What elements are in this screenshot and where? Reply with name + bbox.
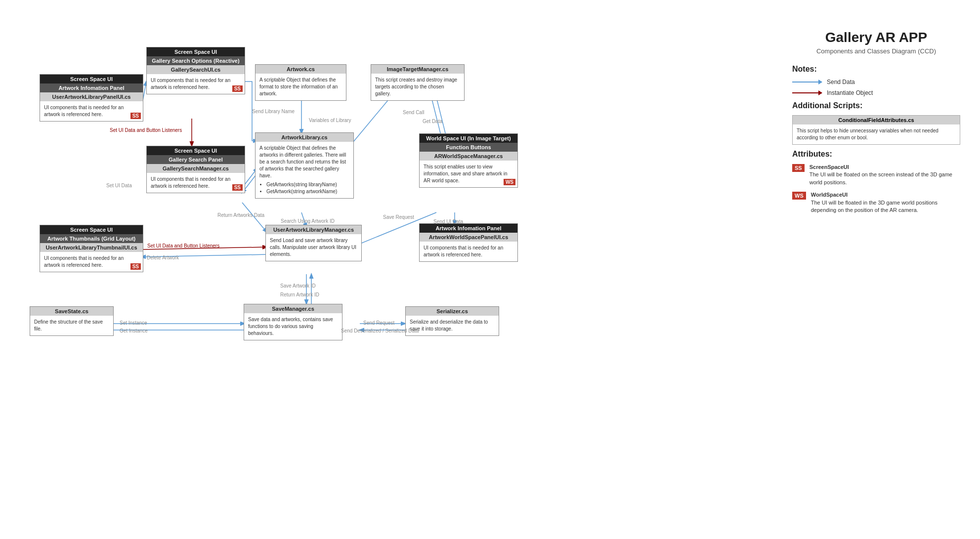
ss-text: ScreenSpaceUI The UI will be floated on … bbox=[810, 164, 960, 186]
arrow-label-search-using-artwork-id: Search Using Artwork ID bbox=[281, 218, 335, 224]
arrow-label-send-call: Send Call bbox=[403, 110, 424, 115]
artwork-cs-body: A scriptable Object that defines the for… bbox=[256, 74, 346, 100]
additional-scripts-box: ConditionalFieldAttributes.cs This scrip… bbox=[792, 115, 960, 145]
gallery-search-panel-header1: Screen Space UI bbox=[147, 146, 245, 155]
arrow-label-set-instance: Set Instance bbox=[120, 320, 147, 326]
image-target-manager-body: This script creates and destroy image ta… bbox=[371, 74, 464, 100]
arrow-label-set-ui-data-button-listeners2: Set UI Data and Button Listeners bbox=[147, 243, 219, 249]
arrow-label-get-data: Get Data bbox=[423, 119, 442, 124]
artwork-library-box: ArtworkLibrary.cs A scriptable Object th… bbox=[255, 132, 354, 199]
ss-title: ScreenSpaceUI bbox=[810, 164, 960, 171]
gallery-search-panel-header2: Gallery Search Panel bbox=[147, 155, 245, 164]
artwork-library-header: ArtworkLibrary.cs bbox=[256, 133, 353, 142]
serializer-header: Serializer.cs bbox=[406, 307, 499, 316]
arrow-label-delete-artwork: Delete Artwork bbox=[147, 255, 179, 260]
artwork-thumbnails-box: Screen Space UI Artwork Thumbnails (Grid… bbox=[40, 225, 143, 272]
attribute-ss: SS ScreenSpaceUI The UI will be floated … bbox=[792, 164, 960, 186]
save-state-header: SaveState.cs bbox=[30, 307, 113, 316]
user-artwork-library-manager-body: Send Load and save artwork library calls… bbox=[266, 234, 361, 261]
gallery-search-options-badge: SS bbox=[232, 85, 243, 92]
artwork-thumbnails-header3: UserArtworkLibraryThumbnailUI.cs bbox=[40, 243, 143, 252]
ws-title: WorldSpaceUI bbox=[811, 191, 960, 199]
world-space-ui-box: World Space UI (In Image Target) Functio… bbox=[419, 133, 518, 188]
legend-panel: Gallery AR APP Components and Classes Di… bbox=[792, 30, 960, 219]
artwork-info-panel-body: UI components that is needed for an artw… bbox=[40, 101, 143, 121]
save-manager-box: SaveManager.cs Save data and artworks, c… bbox=[244, 304, 342, 340]
notes-title: Notes: bbox=[792, 65, 960, 74]
additional-scripts-box-header: ConditionalFieldAttributes.cs bbox=[793, 116, 960, 124]
instantiate-label: Instantiate Object bbox=[827, 89, 873, 96]
arrow-label-send-ui-data: Send UI Data bbox=[433, 219, 463, 224]
artwork-info-world-header2: ArtworkWorldSpacePanelUI.cs bbox=[420, 233, 517, 242]
artwork-thumbnails-header2: Artwork Thumbnails (Grid Layout) bbox=[40, 234, 143, 243]
arrow-label-get-instance: Get Instance bbox=[120, 328, 148, 333]
gallery-search-options-header2: Gallery Search Options (Reactive) bbox=[147, 56, 245, 65]
arrow-label-send-library-name: Send Library Name bbox=[252, 109, 295, 114]
artwork-info-panel-header3: UserArtworkLibraryPanelUI.cs bbox=[40, 92, 143, 101]
gallery-search-panel-body: UI components that is needed for an artw… bbox=[147, 173, 245, 193]
arrow-label-set-ui-data-button-listeners: Set UI Data and Button Listeners bbox=[110, 127, 182, 133]
save-state-body: Define the structure of the save file. bbox=[30, 316, 113, 335]
ss-badge: SS bbox=[792, 164, 805, 172]
artwork-info-world-body: UI components that is needed for an artw… bbox=[420, 242, 517, 261]
ss-desc: The UI will be floated on the screen ins… bbox=[810, 171, 952, 185]
arrow-label-return-artwork-id: Return Artwork ID bbox=[280, 292, 319, 297]
additional-scripts-title: Additional Scripts: bbox=[792, 101, 960, 110]
additional-scripts-box-body: This script helps to hide unnecessary va… bbox=[793, 124, 960, 144]
artwork-info-panel-header1: Screen Space UI bbox=[40, 75, 143, 83]
artwork-info-panel-header2: Artwork Infomation Panel bbox=[40, 83, 143, 92]
legend-send-data: Send Data bbox=[792, 79, 960, 85]
user-artwork-library-manager-box: UserArtworkLibraryManager.cs Send Load a… bbox=[265, 225, 362, 261]
attribute-ws: WS WorldSpaceUI The UI will be floated i… bbox=[792, 191, 960, 214]
gallery-search-options-body: UI components that is needed for an artw… bbox=[147, 74, 245, 94]
arrow-label-send-deserialized: Send Deserialized / Serialized Data bbox=[341, 328, 419, 333]
artwork-info-panel-badge: SS bbox=[130, 113, 141, 119]
world-space-ui-header2: Function Buttons bbox=[420, 143, 517, 152]
user-artwork-library-manager-header: UserArtworkLibraryManager.cs bbox=[266, 225, 361, 234]
legend-instantiate: Instantiate Object bbox=[792, 89, 960, 96]
arrow-label-variables-of-library: Variables of Library bbox=[309, 118, 351, 123]
app-title: Gallery AR APP bbox=[792, 30, 960, 45]
artwork-thumbnails-body: UI components that is needed for an artw… bbox=[40, 252, 143, 272]
artwork-info-world-box: Artwork Infomation Panel ArtworkWorldSpa… bbox=[419, 223, 518, 262]
artwork-cs-box: Artwork.cs A scriptable Object that defi… bbox=[255, 64, 346, 101]
save-state-box: SaveState.cs Define the structure of the… bbox=[30, 306, 114, 336]
gallery-search-options-header3: GallerySearchUI.cs bbox=[147, 65, 245, 74]
arrow-label-return-artworks-data: Return Artworks Data bbox=[217, 212, 264, 218]
arrow-label-send-request: Send Request bbox=[363, 320, 394, 326]
gallery-search-panel-box: Screen Space UI Gallery Search Panel Gal… bbox=[146, 146, 245, 193]
save-manager-header: SaveManager.cs bbox=[244, 304, 342, 313]
gallery-search-options-box: Screen Space UI Gallery Search Options (… bbox=[146, 47, 245, 94]
send-data-arrow-icon bbox=[792, 82, 822, 83]
artwork-library-list-item-2: GetArtwork(string artworkName) bbox=[266, 188, 349, 195]
app-subtitle: Components and Classes Diagram (CCD) bbox=[792, 47, 960, 55]
arrow-label-save-artwork-id: Save Artwork ID bbox=[280, 283, 316, 289]
instantiate-arrow-icon bbox=[792, 92, 822, 93]
ws-text: WorldSpaceUI The UI will be floated in t… bbox=[811, 191, 960, 214]
world-space-ui-header1: World Space UI (In Image Target) bbox=[420, 134, 517, 143]
artwork-library-body: A scriptable Object that defines the art… bbox=[256, 142, 353, 198]
serializer-body: Serialize and deserialize the data to sa… bbox=[406, 316, 499, 335]
send-data-label: Send Data bbox=[827, 79, 855, 85]
gallery-search-panel-badge: SS bbox=[232, 184, 243, 191]
image-target-manager-box: ImageTargetManager.cs This script create… bbox=[371, 64, 465, 101]
artwork-info-panel-box: Screen Space UI Artwork Infomation Panel… bbox=[40, 74, 143, 122]
image-target-manager-header: ImageTargetManager.cs bbox=[371, 65, 464, 74]
artwork-thumbnails-header1: Screen Space UI bbox=[40, 225, 143, 234]
arrow-label-save-request: Save Request bbox=[383, 214, 414, 220]
artwork-library-list-item-1: GetArtworks(string libraryName) bbox=[266, 181, 349, 188]
world-space-ui-body: This script enables user to view informa… bbox=[420, 161, 517, 187]
gallery-search-options-header1: Screen Space UI bbox=[147, 47, 245, 56]
artwork-cs-header: Artwork.cs bbox=[256, 65, 346, 74]
diagram-container: Screen Space UI Artwork Infomation Panel… bbox=[0, 0, 980, 539]
gallery-search-panel-header3: GallerySearchManager.cs bbox=[147, 164, 245, 173]
ws-desc: The UI will be floated in the 3D game wo… bbox=[811, 200, 937, 213]
world-space-ui-header3: ARWorldSpaceManager.cs bbox=[420, 152, 517, 161]
arrow-label-set-ui-data: Set UI Data bbox=[106, 183, 132, 188]
attributes-title: Attributes: bbox=[792, 150, 960, 159]
artwork-thumbnails-badge: SS bbox=[130, 263, 141, 270]
save-manager-body: Save data and artworks, contains save fu… bbox=[244, 313, 342, 340]
artwork-info-world-header1: Artwork Infomation Panel bbox=[420, 224, 517, 233]
serializer-box: Serializer.cs Serialize and deserialize … bbox=[405, 306, 499, 336]
ws-badge: WS bbox=[792, 192, 806, 200]
